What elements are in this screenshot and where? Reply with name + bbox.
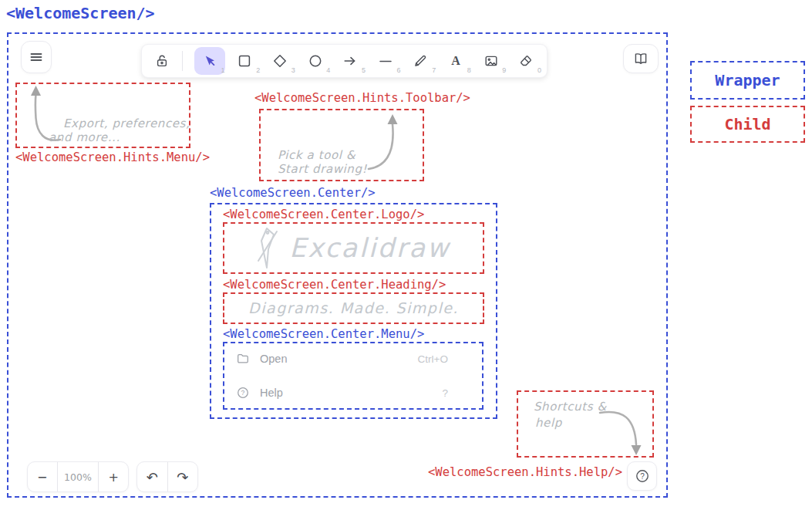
tool-eraser[interactable]: 0 [508, 46, 544, 76]
picture-icon [483, 53, 499, 69]
legend-wrapper-label: Wrapper [715, 71, 780, 90]
tool-diamond[interactable]: 3 [262, 46, 298, 76]
root-component-label: <WelcomeScreen/> [6, 5, 155, 22]
history-controls: ↶ ↷ [136, 461, 198, 492]
pencil-icon [413, 53, 428, 69]
svg-text:A: A [451, 54, 460, 67]
tool-shortcut: 7 [432, 66, 436, 74]
help-circle-icon: ? [236, 386, 250, 400]
center-menu-label: <WelcomeScreen.Center.Menu/> [223, 328, 424, 342]
tool-draw[interactable]: 7 [403, 46, 439, 76]
curved-arrow-up-icon [362, 112, 409, 178]
square-icon [237, 53, 252, 69]
hint-menu-text-line1: Export, preferences, [63, 117, 190, 131]
tool-image[interactable]: 9 [473, 46, 509, 76]
horizontal-line-icon [378, 53, 393, 69]
lock-tool-button[interactable] [151, 46, 173, 76]
svg-text:?: ? [640, 472, 645, 481]
hint-help-text-line1: Shortcuts & [534, 400, 607, 414]
unlocked-padlock-icon [154, 53, 170, 69]
tool-shortcut: 9 [502, 66, 506, 74]
center-label: <WelcomeScreen.Center/> [210, 187, 376, 201]
center-menu-item-help[interactable]: ? Help ? [236, 384, 448, 401]
center-logo-box: Excalidraw [223, 222, 484, 274]
hints-toolbar-box: Pick a tool & Start drawing! [259, 109, 424, 181]
tool-arrow[interactable]: 5 [332, 46, 368, 76]
zoom-level-reset-button[interactable]: 100% [58, 462, 99, 491]
excalidraw-dagger-icon [257, 226, 280, 271]
hints-menu-box: Export, preferences, and more... [15, 83, 190, 148]
folder-icon [236, 352, 250, 366]
tool-shortcut: 3 [291, 66, 295, 74]
minus-icon: − [37, 470, 47, 485]
tool-shortcut: 4 [326, 66, 330, 74]
menu-item-shortcut: ? [442, 387, 448, 399]
zoom-level-value: 100% [64, 471, 92, 483]
center-heading-label: <WelcomeScreen.Center.Heading/> [223, 279, 446, 292]
zoom-in-button[interactable]: + [99, 462, 128, 491]
center-logo-label: <WelcomeScreen.Center.Logo/> [223, 208, 424, 222]
legend-wrapper-box: Wrapper [690, 61, 805, 100]
cursor-arrow-icon [202, 53, 217, 69]
hints-toolbar-label: <WelcomeScreen.Hints.Toolbar/> [254, 92, 470, 106]
question-circle-icon: ? [635, 468, 650, 484]
main-menu-button[interactable] [21, 41, 52, 73]
menu-item-label: Open [260, 353, 287, 365]
plus-icon: + [108, 470, 118, 485]
hint-toolbar-text-line1: Pick a tool & [278, 148, 355, 163]
menu-item-label: Help [260, 387, 283, 399]
tool-shortcut: 1 [221, 66, 225, 74]
tool-shortcut: 2 [256, 66, 260, 74]
help-button[interactable]: ? [627, 461, 657, 491]
tool-line[interactable]: 6 [368, 46, 403, 76]
tool-text[interactable]: A 8 [438, 46, 473, 76]
hints-menu-label: <WelcomeScreen.Hints.Menu/> [15, 151, 210, 165]
hint-menu-text-line2: and more... [49, 130, 120, 145]
hint-help-text-line2: help [535, 416, 562, 431]
zoom-out-button[interactable]: − [28, 462, 57, 491]
tool-toolbar: 1 2 3 4 5 6 [141, 44, 548, 78]
toolbar-divider [182, 51, 183, 71]
tool-shortcut: 5 [362, 66, 366, 74]
tool-shortcut: 8 [467, 66, 471, 74]
open-book-icon [633, 51, 649, 66]
tool-shortcut: 0 [537, 66, 541, 74]
legend-child-box: Child [690, 106, 805, 143]
tool-rectangle[interactable]: 2 [227, 46, 263, 76]
menu-item-shortcut: Ctrl+O [418, 353, 448, 365]
zoom-controls: − 100% + [27, 461, 129, 492]
tool-shortcut: 6 [397, 66, 401, 74]
undo-button[interactable]: ↶ [137, 462, 167, 491]
svg-text:?: ? [241, 389, 245, 397]
hints-help-label: <WelcomeScreen.Hints.Help/> [428, 466, 622, 480]
right-arrow-icon [342, 53, 358, 69]
hints-help-box: Shortcuts & help [517, 390, 654, 458]
circle-icon [308, 53, 323, 69]
eraser-icon [518, 53, 534, 69]
legend-child-label: Child [724, 115, 770, 133]
center-heading-text: Diagrams. Made. Simple. [248, 299, 459, 318]
center-heading-box: Diagrams. Made. Simple. [223, 292, 484, 324]
redo-icon: ↷ [177, 469, 188, 485]
center-menu-box: Open Ctrl+O ? Help ? [223, 342, 483, 410]
logo-wordmark: Excalidraw [289, 231, 450, 265]
undo-icon: ↶ [147, 469, 158, 485]
tool-selection[interactable]: 1 [192, 46, 227, 76]
curved-arrow-down-icon [597, 404, 649, 458]
tool-ellipse[interactable]: 4 [298, 46, 333, 76]
letter-a-icon: A [448, 53, 463, 69]
redo-button[interactable]: ↷ [168, 462, 198, 491]
center-menu-item-open[interactable]: Open Ctrl+O [236, 350, 448, 367]
library-button[interactable] [623, 44, 659, 73]
hint-toolbar-text-line2: Start drawing! [278, 162, 367, 177]
hamburger-menu-icon [29, 50, 43, 64]
diamond-icon [272, 53, 288, 69]
